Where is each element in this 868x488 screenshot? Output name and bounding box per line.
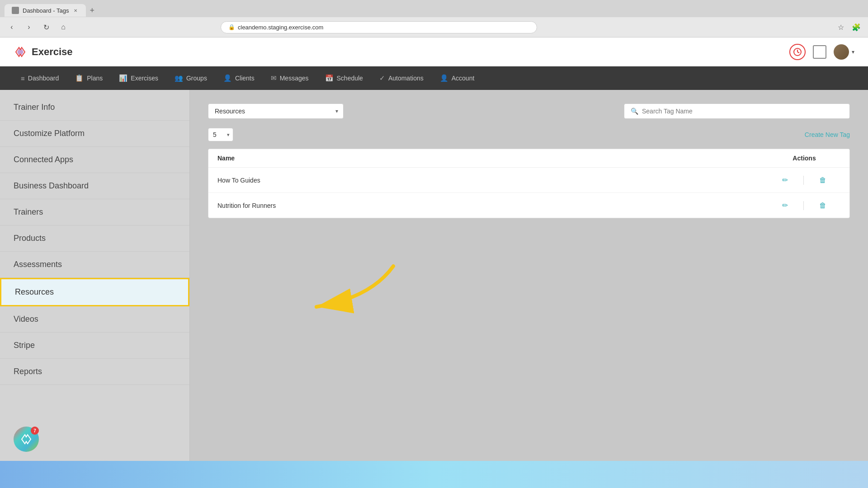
avatar [834, 44, 849, 60]
url-text: cleandemo.staging.exercise.com [238, 24, 323, 31]
header-actions: ▾ [789, 44, 854, 60]
nav-item-dashboard[interactable]: ≡ Dashboard [14, 66, 66, 90]
nav-label-messages: Messages [280, 75, 309, 82]
clients-icon: 👤 [223, 74, 232, 82]
edit-button-nutrition-for-runners[interactable]: ✏ [780, 199, 790, 211]
user-menu-chevron: ▾ [852, 49, 854, 55]
category-dropdown-wrapper: Resources Plans Exercises Clients [208, 103, 344, 119]
search-input[interactable] [642, 108, 843, 115]
logo-text: Exercise [32, 46, 73, 58]
per-page-row: 5 10 25 Create New Tag [208, 128, 850, 141]
nav-label-dashboard: Dashboard [28, 75, 59, 82]
notification-badge: 7 [31, 427, 39, 435]
plans-icon: 📋 [75, 74, 84, 82]
svg-marker-6 [22, 435, 31, 444]
sidebar-label-videos: Videos [14, 314, 38, 324]
sidebar-item-connected-apps[interactable]: Connected Apps [0, 147, 189, 173]
sidebar-item-customize-platform[interactable]: Customize Platform [0, 121, 189, 147]
main-layout: Trainer Info Customize Platform Connecte… [0, 90, 868, 488]
controls-row: Resources Plans Exercises Clients 🔍 [208, 103, 850, 119]
app-nav: ≡ Dashboard 📋 Plans 📊 Exercises 👥 Groups… [0, 66, 868, 90]
lock-icon: 🔒 [228, 24, 235, 30]
sidebar-item-trainers[interactable]: Trainers [0, 199, 189, 225]
column-header-actions: Actions [768, 155, 840, 162]
bookmark-button[interactable]: ☆ [835, 21, 847, 33]
sidebar-label-business-dashboard: Business Dashboard [14, 181, 89, 190]
create-new-tag-link[interactable]: Create New Tag [805, 131, 850, 138]
address-bar-row: ‹ › ↻ ⌂ 🔒 cleandemo.staging.exercise.com… [0, 17, 868, 37]
clock-button[interactable] [789, 44, 806, 60]
sidebar-item-stripe[interactable]: Stripe [0, 333, 189, 359]
nav-label-groups: Groups [186, 75, 207, 82]
edit-button-how-to-guides[interactable]: ✏ [780, 174, 790, 186]
tab-title: Dashboard - Tags [23, 7, 69, 14]
sidebar-item-resources[interactable]: Resources [0, 278, 189, 306]
sidebar-label-stripe: Stripe [14, 341, 35, 350]
nav-item-messages[interactable]: ✉ Messages [264, 66, 316, 90]
messages-icon: ✉ [271, 74, 277, 82]
per-page-select[interactable]: 5 10 25 [208, 128, 233, 141]
bubble-icon [19, 432, 33, 446]
row-actions-how-to-guides: ✏ 🗑 [768, 174, 840, 186]
tab-close-button[interactable]: ✕ [72, 7, 79, 14]
nav-item-automations[interactable]: ✓ Automations [372, 66, 431, 90]
nav-item-schedule[interactable]: 📅 Schedule [318, 66, 370, 90]
user-menu[interactable]: ▾ [834, 44, 854, 60]
nav-label-plans: Plans [87, 75, 103, 82]
sidebar-label-reports: Reports [14, 367, 42, 376]
table-row: How To Guides ✏ 🗑 [208, 168, 849, 193]
forward-button[interactable]: › [23, 21, 35, 33]
sidebar-label-products: Products [14, 234, 46, 243]
arrow-annotation [280, 253, 416, 343]
nav-item-account[interactable]: 👤 Account [433, 66, 482, 90]
search-icon: 🔍 [631, 108, 638, 115]
sidebar-label-assessments: Assessments [14, 260, 62, 269]
exercises-icon: 📊 [119, 74, 127, 82]
bottom-gradient [0, 461, 868, 488]
tags-table: Name Actions How To Guides ✏ 🗑 Nutrition… [208, 149, 850, 218]
nav-label-automations: Automations [388, 75, 424, 82]
nav-label-exercises: Exercises [131, 75, 158, 82]
column-header-name: Name [217, 155, 768, 162]
sidebar-label-resources: Resources [15, 287, 54, 296]
nav-item-clients[interactable]: 👤 Clients [216, 66, 262, 90]
home-button[interactable]: ⌂ [57, 21, 70, 33]
sidebar-item-videos[interactable]: Videos [0, 306, 189, 333]
nav-item-groups[interactable]: 👥 Groups [167, 66, 214, 90]
logo: Exercise [14, 45, 73, 59]
notification-bubble[interactable]: 7 [14, 427, 39, 452]
groups-icon: 👥 [175, 74, 183, 82]
browser-chrome: Dashboard - Tags ✕ + ‹ › ↻ ⌂ 🔒 cleandemo… [0, 0, 868, 38]
sidebar-item-reports[interactable]: Reports [0, 359, 189, 385]
search-box[interactable]: 🔍 [624, 103, 850, 119]
sidebar-label-customize-platform: Customize Platform [14, 129, 85, 138]
row-name-how-to-guides: How To Guides [217, 177, 768, 184]
nav-label-account: Account [452, 75, 475, 82]
extensions-button[interactable]: 🧩 [850, 21, 863, 33]
sidebar-item-assessments[interactable]: Assessments [0, 252, 189, 278]
active-tab[interactable]: Dashboard - Tags ✕ [5, 4, 86, 17]
app-header: Exercise ▾ [0, 38, 868, 66]
reload-button[interactable]: ↻ [40, 21, 52, 33]
svg-line-4 [797, 52, 799, 53]
tab-favicon [12, 7, 19, 14]
dashboard-icon: ≡ [21, 75, 25, 82]
address-bar[interactable]: 🔒 cleandemo.staging.exercise.com [221, 21, 537, 33]
category-dropdown[interactable]: Resources Plans Exercises Clients [208, 103, 344, 119]
nav-item-plans[interactable]: 📋 Plans [68, 66, 110, 90]
delete-button-how-to-guides[interactable]: 🗑 [817, 174, 828, 186]
tab-bar: Dashboard - Tags ✕ + [0, 0, 868, 17]
sidebar-label-connected-apps: Connected Apps [14, 155, 73, 164]
back-button[interactable]: ‹ [5, 21, 18, 33]
schedule-icon: 📅 [325, 74, 334, 82]
square-button[interactable] [813, 45, 826, 59]
sidebar-item-business-dashboard[interactable]: Business Dashboard [0, 173, 189, 199]
sidebar-item-products[interactable]: Products [0, 225, 189, 252]
new-tab-button[interactable]: + [86, 6, 98, 15]
clock-icon [793, 48, 802, 56]
nav-item-exercises[interactable]: 📊 Exercises [112, 66, 165, 90]
sidebar-item-trainer-info[interactable]: Trainer Info [0, 94, 189, 121]
delete-button-nutrition-for-runners[interactable]: 🗑 [817, 200, 828, 211]
browser-actions: ☆ 🧩 [835, 21, 863, 33]
nav-label-schedule: Schedule [337, 75, 363, 82]
